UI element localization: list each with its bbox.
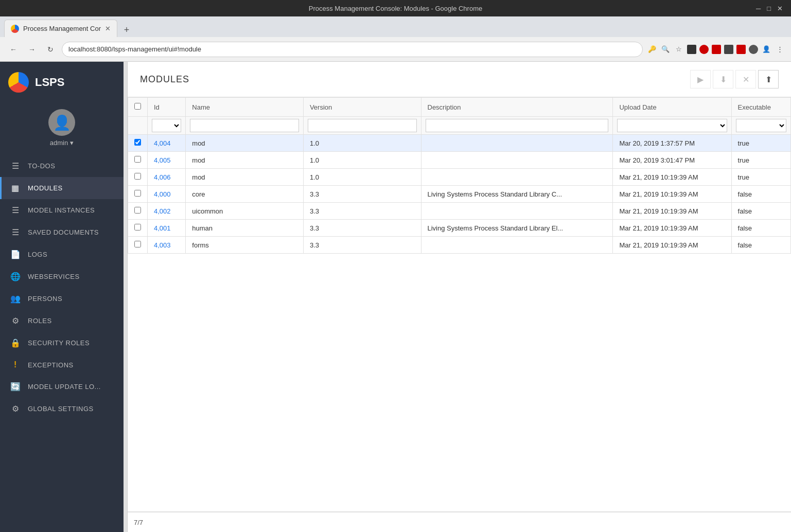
window-title: Process Management Console: Modules - Go… [309, 5, 482, 12]
logo-icon [8, 72, 29, 93]
sidebar-item-roles[interactable]: ⚙ ROLES [0, 310, 124, 332]
table-row: 4,006 mod 1.0 Mar 21, 2019 10:19:39 AM t… [128, 169, 791, 186]
maximize-btn[interactable]: □ [767, 5, 771, 12]
row-name: human [186, 220, 304, 237]
sidebar-item-exceptions[interactable]: ! EXCEPTIONS [0, 354, 124, 376]
sidebar-item-model-instances[interactable]: ☰ MODEL INSTANCES [0, 199, 124, 221]
id-link[interactable]: 4,003 [154, 241, 171, 249]
row-upload-date: Mar 21, 2019 10:19:39 AM [613, 203, 731, 220]
sidebar-item-label: MODEL INSTANCES [28, 206, 95, 214]
id-link[interactable]: 4,000 [154, 190, 171, 198]
row-description [421, 135, 613, 152]
row-checkbox-cell [128, 135, 148, 152]
key-icon[interactable]: 🔑 [647, 44, 657, 55]
roles-icon: ⚙ [10, 316, 21, 326]
menu-icon[interactable]: ⋮ [775, 44, 785, 55]
sidebar-item-modules[interactable]: ▦ MODULES [0, 177, 124, 199]
main-content: MODULES ▶ ⬇ ✕ ⬆ Id N [128, 62, 791, 532]
version-filter-input[interactable] [308, 119, 417, 132]
profile-icon[interactable]: 👤 [761, 44, 771, 55]
forward-btn[interactable]: → [25, 42, 39, 57]
ext5-icon[interactable] [736, 45, 746, 54]
delete-button[interactable]: ✕ [735, 70, 756, 88]
back-btn[interactable]: ← [6, 42, 21, 57]
id-link[interactable]: 4,001 [154, 224, 171, 232]
description-filter-input[interactable] [426, 119, 609, 132]
model-update-log-icon: 🔄 [10, 382, 21, 392]
sidebar-item-model-update-log[interactable]: 🔄 MODEL UPDATE LO... [0, 376, 124, 398]
row-upload-date: Mar 21, 2019 10:19:39 AM [613, 220, 731, 237]
todos-icon: ☰ [10, 161, 21, 171]
name-filter-input[interactable] [190, 119, 299, 132]
row-executable: true [731, 152, 790, 169]
sidebar-item-webservices[interactable]: 🌐 WEBSERVICES [0, 265, 124, 288]
sidebar-item-label: WEBSERVICES [28, 273, 80, 280]
id-link[interactable]: 4,005 [154, 156, 171, 164]
page-title: MODULES [140, 74, 189, 85]
row-checkbox[interactable] [134, 190, 141, 197]
refresh-btn[interactable]: ↻ [43, 42, 58, 57]
row-executable: false [731, 220, 790, 237]
row-executable: true [731, 135, 790, 152]
tab-close-btn[interactable]: ✕ [105, 25, 111, 32]
url-text: localhost:8080/lsps-management/ui#!modul… [68, 45, 201, 53]
sidebar-item-logs[interactable]: 📄 LOGS [0, 243, 124, 265]
table-footer: 7/7 [128, 511, 791, 532]
sidebar-item-label: EXCEPTIONS [28, 361, 74, 369]
upload-date-filter-select[interactable] [617, 119, 727, 132]
run-button[interactable]: ▶ [690, 70, 711, 88]
id-link[interactable]: 4,002 [154, 207, 171, 215]
sidebar-item-global-settings[interactable]: ⚙ GLOBAL SETTINGS [0, 398, 124, 420]
row-checkbox[interactable] [134, 241, 141, 247]
window-close-btn[interactable]: ✕ [777, 5, 783, 12]
row-checkbox[interactable] [134, 173, 141, 180]
sidebar-scrollbar[interactable] [124, 62, 128, 532]
username[interactable]: admin ▾ [50, 139, 74, 147]
table-row: 4,000 core 3.3 Living Systems Process St… [128, 186, 791, 203]
row-checkbox[interactable] [134, 139, 141, 146]
sidebar-item-label: ROLES [28, 317, 52, 325]
ext4-icon[interactable] [724, 45, 733, 54]
nav-icons: 🔑 🔍 ☆ 👤 ⋮ [647, 44, 785, 55]
row-name: uicommon [186, 203, 304, 220]
executable-filter-select[interactable] [736, 119, 786, 132]
modules-table: Id Name Version Description Upload Date … [128, 97, 791, 254]
ext6-icon[interactable] [749, 45, 758, 54]
select-all-checkbox[interactable] [134, 103, 141, 110]
sidebar-item-saved-documents[interactable]: ☰ SAVED DOCUMENTS [0, 221, 124, 243]
row-version: 1.0 [303, 135, 421, 152]
id-link[interactable]: 4,004 [154, 139, 171, 147]
filter-version-cell [303, 117, 421, 135]
row-id: 4,000 [148, 186, 186, 203]
filter-row [128, 117, 791, 135]
sidebar-item-security-roles[interactable]: 🔒 SECURITY ROLES [0, 332, 124, 354]
row-upload-date: Mar 20, 2019 1:37:57 PM [613, 135, 731, 152]
row-checkbox[interactable] [134, 224, 141, 230]
zoom-icon[interactable]: 🔍 [660, 44, 671, 55]
persons-icon: 👥 [10, 294, 21, 304]
header-checkbox-cell [128, 98, 148, 117]
row-checkbox-cell [128, 169, 148, 186]
avatar-icon: 👤 [53, 114, 71, 131]
star-icon[interactable]: ☆ [674, 44, 684, 55]
download-button[interactable]: ⬇ [713, 70, 733, 88]
address-bar[interactable]: localhost:8080/lsps-management/ui#!modul… [62, 42, 643, 57]
new-tab-btn[interactable]: + [119, 23, 134, 37]
sidebar-item-label: SAVED DOCUMENTS [28, 228, 99, 236]
ext3-icon[interactable] [712, 45, 721, 54]
dropdown-arrow: ▾ [70, 139, 74, 147]
row-name: mod [186, 135, 304, 152]
id-link[interactable]: 4,006 [154, 173, 171, 181]
tab-label: Process Management Cor [23, 25, 101, 32]
sidebar-item-todos[interactable]: ☰ TO-DOS [0, 155, 124, 177]
id-filter-select[interactable] [152, 119, 181, 132]
row-checkbox[interactable] [134, 207, 141, 214]
ext2-icon[interactable] [699, 45, 709, 54]
browser-tab[interactable]: Process Management Cor ✕ [4, 20, 117, 37]
row-checkbox[interactable] [134, 156, 141, 163]
sidebar-item-persons[interactable]: 👥 PERSONS [0, 288, 124, 310]
upload-button[interactable]: ⬆ [758, 70, 779, 88]
filter-executable-cell [731, 117, 790, 135]
minimize-btn[interactable]: ─ [756, 5, 761, 12]
ext1-icon[interactable] [687, 45, 696, 54]
